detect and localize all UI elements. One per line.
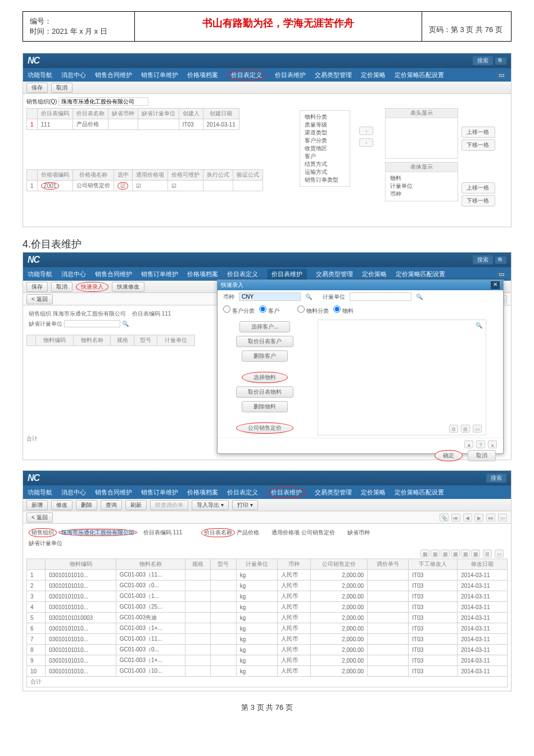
nav-msg[interactable]: 消息中心 xyxy=(61,488,86,497)
search-box[interactable]: 搜索 xyxy=(486,474,506,483)
cancel-button[interactable]: 取消 xyxy=(51,83,73,93)
link-button[interactable]: 联查调价单 xyxy=(150,500,188,510)
save-button[interactable]: 保存 xyxy=(26,282,48,292)
move-down-button2[interactable]: 下移一格 xyxy=(461,195,495,206)
nav-trantype[interactable]: 交易类型管理 xyxy=(315,488,352,497)
nav-pricemaint[interactable]: 价目表维护 xyxy=(275,71,306,79)
search-box[interactable]: 搜索 xyxy=(473,255,493,264)
collapse-icon[interactable]: ▴ xyxy=(488,440,497,448)
delete-material-button[interactable]: 删除物料 xyxy=(242,401,288,412)
nav-priceitem[interactable]: 价格项档案 xyxy=(187,270,218,278)
select-material-button[interactable]: 选择物料 xyxy=(242,372,288,383)
refresh-button[interactable]: 刷新 xyxy=(125,500,147,510)
expand-icon[interactable]: ▭ xyxy=(498,514,507,521)
move-left-button[interactable]: ‹ xyxy=(359,138,373,147)
nav-msg[interactable]: 消息中心 xyxy=(61,270,86,278)
nav-func[interactable]: 功能导航 xyxy=(28,71,52,79)
nav-msg[interactable]: 消息中心 xyxy=(61,71,86,79)
pricelist-customer-button[interactable]: 取价目表客户 xyxy=(236,336,293,347)
move-up-button2[interactable]: 上移一格 xyxy=(461,182,495,194)
check-icon[interactable]: ☑ xyxy=(117,182,128,190)
org-value[interactable]: 珠海市乐通化工股份有限公司 xyxy=(58,529,137,536)
cancel-button[interactable]: 取消 xyxy=(468,450,496,461)
new-button[interactable]: 新增 xyxy=(26,500,48,510)
table-row[interactable]: 503010101010003GC01-003先迪kg人民币2,000.00IT… xyxy=(27,613,508,623)
print-button[interactable]: 打印 ▾ xyxy=(232,500,258,510)
grid-icon[interactable]: ⊞ xyxy=(461,425,470,433)
table-row[interactable]: 103010101010...GC01-003（11...kg人民币2,000.… xyxy=(27,570,508,580)
maximize-icon[interactable]: ▭ xyxy=(496,71,506,79)
delete-button[interactable]: 删除 xyxy=(76,500,97,510)
nav-func[interactable]: 功能导航 xyxy=(28,488,52,497)
nav-trantype[interactable]: 交易类型管理 xyxy=(315,71,352,79)
nav-pricedef[interactable]: 价目表定义 xyxy=(227,270,258,278)
nav-func[interactable]: 功能导航 xyxy=(28,270,52,278)
search-icon[interactable]: 🔍 xyxy=(495,256,506,264)
delete-customer-button[interactable]: 删除客户 xyxy=(242,350,288,362)
nav-priceitem[interactable]: 价格项档案 xyxy=(187,71,218,79)
nav-contract[interactable]: 销售合同维护 xyxy=(95,270,132,278)
table-row[interactable]: 203010101010...GC01-003（0...kg人民币2,000.0… xyxy=(27,580,508,591)
quick-entry-button[interactable]: 快速录入 xyxy=(76,282,108,292)
back-button[interactable]: < 返回 xyxy=(26,294,53,304)
nav-order[interactable]: 销售订单维护 xyxy=(141,71,178,79)
up-icon[interactable]: ▲ xyxy=(464,440,473,448)
table-row[interactable]: 1Z001公司销售定价☑☑☑ xyxy=(27,181,263,191)
nav-prev-icon[interactable]: ◀ xyxy=(463,514,472,521)
table-row[interactable]: 403010101010...GC01-003（25...kg人民币2,000.… xyxy=(27,602,508,613)
pricelist-material-button[interactable]: 取价目表物料 xyxy=(236,386,293,398)
attach-icon[interactable]: 📎 xyxy=(440,514,449,521)
ok-button[interactable]: 确定 xyxy=(435,450,463,461)
toolbar-icon[interactable]: ▦ xyxy=(420,550,429,557)
nav-pricemaint[interactable]: 价目表维护 xyxy=(267,269,307,280)
select-customer-button[interactable]: 选择客户... xyxy=(239,321,290,332)
company-price-button[interactable]: 公司销售定价 xyxy=(236,422,293,434)
close-icon[interactable]: ✕ xyxy=(491,281,500,289)
nav-strategy[interactable]: 定价策略 xyxy=(361,71,386,79)
source-list[interactable]: 物料分类质量等级渠道类型 客户分类收货地区客户 结算方式运输方式销售订单类型 xyxy=(300,111,350,186)
unit-input[interactable] xyxy=(64,320,120,327)
nav-strategymatch[interactable]: 定价策略匹配设置 xyxy=(395,488,444,497)
unit-input[interactable] xyxy=(350,292,411,301)
body-list[interactable]: 物料计量单位币种 xyxy=(386,172,458,200)
nav-strategymatch[interactable]: 定价策略匹配设置 xyxy=(395,71,444,79)
quick-modify-button[interactable]: 快速修改 xyxy=(112,282,144,292)
nav-trantype[interactable]: 交易类型管理 xyxy=(316,270,353,278)
table-row[interactable]: 803010101010...GC01-003（0...kg人民币2,000.0… xyxy=(27,645,508,655)
table-row[interactable]: 603010101010...GC01-003（1+...kg人民币2,000.… xyxy=(27,623,508,634)
move-up-button[interactable]: 上移一格 xyxy=(461,127,495,138)
nav-first-icon[interactable]: ⏮ xyxy=(451,514,460,521)
nav-strategy[interactable]: 定价策略 xyxy=(361,488,386,497)
nav-priceitem[interactable]: 价格项档案 xyxy=(187,488,218,497)
save-button[interactable]: 保存 xyxy=(26,83,48,93)
nav-strategy[interactable]: 定价策略 xyxy=(362,270,387,278)
move-down-button[interactable]: 下移一格 xyxy=(461,140,495,151)
nav-order[interactable]: 销售订单维护 xyxy=(141,270,178,278)
org-input[interactable] xyxy=(58,97,148,106)
back-button[interactable]: < 返回 xyxy=(26,512,53,523)
table-row[interactable]: 1003010101010...GC01-003（10...kg人民币2,000… xyxy=(27,666,508,677)
nav-strategymatch[interactable]: 定价策略匹配设置 xyxy=(396,270,445,278)
currency-input[interactable] xyxy=(239,292,301,301)
table-row[interactable]: 903010101010...GC01-003（1+...kg人民币2,000.… xyxy=(27,655,508,666)
help-icon[interactable]: ? xyxy=(476,440,485,448)
expand-icon[interactable]: ▭ xyxy=(473,425,482,433)
nav-next-icon[interactable]: ▶ xyxy=(474,514,483,521)
nav-contract[interactable]: 销售合同维护 xyxy=(95,488,132,497)
search-icon[interactable]: 🔍 xyxy=(495,57,506,65)
table-row[interactable]: 303010101010...GC01-003（1...kg人民币2,000.0… xyxy=(27,591,508,602)
search-box[interactable]: 搜索 xyxy=(473,56,493,65)
maximize-icon[interactable]: ▭ xyxy=(496,271,506,278)
move-right-button[interactable]: › xyxy=(359,127,373,135)
nav-contract[interactable]: 销售合同维护 xyxy=(95,71,132,79)
import-export-button[interactable]: 导入导出 ▾ xyxy=(192,500,229,510)
cancel-button[interactable]: 取消 xyxy=(51,282,73,292)
nav-pricedef[interactable]: 价目表定义 xyxy=(227,488,258,497)
table-row[interactable]: 1111产品价格IT032014-03-11 xyxy=(27,119,239,130)
nav-last-icon[interactable]: ⏭ xyxy=(486,514,495,521)
edit-button[interactable]: 修改 xyxy=(51,500,73,510)
query-button[interactable]: 查询 xyxy=(101,500,122,510)
nav-pricemaint[interactable]: 价目表维护 xyxy=(267,487,306,498)
nav-pricedef[interactable]: 价目表定义 xyxy=(227,70,266,80)
copy-icon[interactable]: ⧉ xyxy=(449,425,458,433)
